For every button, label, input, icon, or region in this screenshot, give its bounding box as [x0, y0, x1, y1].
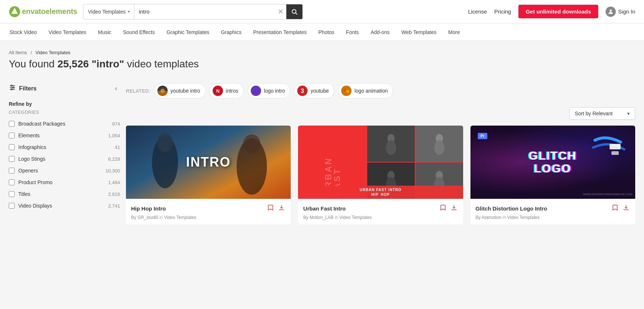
item-title-urban-fast-intro: Urban Fast Intro	[303, 205, 346, 212]
download-button-hip-hop-intro[interactable]	[278, 204, 286, 213]
category-item-openers[interactable]: Openers 10,300	[9, 165, 120, 176]
category-checkbox-elements[interactable]	[9, 133, 15, 138]
category-checkbox-product-promo[interactable]	[9, 179, 15, 185]
svg-point-20	[346, 90, 349, 93]
nav-stock-video[interactable]: Stock Video	[9, 23, 37, 41]
sort-dropdown[interactable]: Sort by Relevant ▾	[569, 107, 635, 120]
svg-point-19	[343, 89, 346, 92]
related-tag-logo-intro[interactable]: logo intro	[247, 83, 291, 98]
search-submit-button[interactable]	[286, 4, 302, 19]
category-item-logo-stings[interactable]: Logo Stings 6,228	[9, 153, 120, 165]
urban-center-label: URBAN FAST INTRO HIP HOP	[298, 186, 463, 199]
item-actions-hip-hop-intro	[267, 204, 286, 213]
nav-graphics[interactable]: Graphics	[220, 23, 242, 41]
sort-bar: Sort by Relevant ▾	[126, 107, 635, 120]
get-unlimited-button[interactable]: Get unlimited downloads	[518, 5, 598, 18]
svg-line-2	[296, 13, 297, 14]
category-item-broadcast-packages[interactable]: Broadcast Packages 974	[9, 118, 120, 130]
thumb-urban-bg: URBAN FAST	[298, 126, 463, 199]
download-icon	[278, 204, 285, 211]
nav-web-templates[interactable]: Web Templates	[401, 23, 437, 41]
breadcrumb-all-items[interactable]: All Items	[9, 50, 27, 55]
bookmark-button-hip-hop-intro[interactable]	[267, 204, 275, 213]
category-checkbox-broadcast-packages[interactable]	[9, 121, 15, 127]
header: envatoelements Video Templates ▾ ✕ Licen…	[0, 0, 644, 23]
license-link[interactable]: License	[468, 8, 487, 15]
bookmark-button-glitch-distortion[interactable]	[611, 204, 619, 213]
filters-label: Filters	[19, 85, 37, 92]
nav-graphic-templates[interactable]: Graphic Templates	[166, 23, 210, 41]
header-nav: License Pricing Get unlimited downloads …	[468, 5, 635, 18]
item-thumbnail-glitch-distortion: Pr GLITCHLOGO WWW.MYAWESOMEWEBSITE.C	[470, 126, 635, 199]
category-count-openers: 10,300	[105, 168, 120, 174]
collapse-sidebar-button[interactable]: ‹	[112, 83, 120, 94]
nav-fonts[interactable]: Fonts	[345, 23, 360, 41]
sidebar-scroll-area[interactable]: Refine by Categories Broadcast Packages …	[9, 100, 120, 212]
tag-label-intros: intros	[226, 88, 238, 94]
category-item-titles[interactable]: Titles 2,616	[9, 188, 120, 200]
author-link-urban-fast-intro[interactable]: Motion_LAB	[310, 215, 334, 220]
refine-by-label: Refine by	[9, 100, 120, 107]
sign-in-button[interactable]: Sign In	[606, 7, 635, 17]
category-checkbox-infographics[interactable]	[9, 144, 15, 150]
pricing-link[interactable]: Pricing	[494, 8, 511, 15]
related-tag-youtube[interactable]: 3 youtube	[294, 83, 334, 98]
search-clear-button[interactable]: ✕	[275, 8, 286, 15]
svg-point-12	[160, 89, 165, 93]
nav-sound-effects[interactable]: Sound Effects	[122, 23, 156, 41]
urban-label-line1: URBAN FAST INTRO	[299, 188, 461, 192]
person-silhouette-2	[432, 133, 447, 155]
related-tag-logo-animation[interactable]: logo animation	[338, 83, 393, 98]
download-button-glitch-distortion[interactable]	[622, 204, 630, 213]
svg-point-27	[386, 140, 396, 155]
item-title-row-glitch-distortion: Glitch Distortion Logo Intro	[476, 204, 630, 213]
chevron-down-icon: ▾	[128, 10, 130, 14]
related-label: RELATED:	[126, 88, 150, 94]
item-title-row-hip-hop-intro: Hip Hop Intro	[131, 204, 286, 213]
category-checkbox-logo-stings[interactable]	[9, 156, 15, 162]
item-author-urban-fast-intro: By Motion_LAB in Video Templates	[303, 215, 458, 220]
bookmark-icon	[440, 204, 446, 211]
search-input[interactable]	[134, 8, 275, 15]
items-grid: INTRO Hip Hop Intro	[126, 126, 635, 224]
nav-addons[interactable]: Add-ons	[370, 23, 390, 41]
category-item-product-promo[interactable]: Product Promo 1,484	[9, 176, 120, 188]
category-item-infographics[interactable]: Infographics 41	[9, 141, 120, 153]
author-link-hip-hop-intro[interactable]: GR_studi0	[137, 215, 158, 220]
svg-point-23	[157, 133, 173, 152]
category-checkbox-titles[interactable]	[9, 191, 15, 197]
related-tag-youtube-intro[interactable]: youtube intro	[154, 83, 206, 98]
bookmark-button-urban-fast-intro[interactable]	[439, 204, 447, 213]
breadcrumb-separator: /	[30, 50, 32, 55]
svg-point-9	[11, 89, 12, 90]
category-count-elements: 1,054	[108, 133, 120, 138]
category-count-infographics: 41	[115, 145, 120, 150]
author-link-glitch-distortion[interactable]: Atamotion	[481, 215, 501, 220]
item-card-urban-fast-intro[interactable]: URBAN FAST	[298, 126, 463, 224]
category-checkbox-video-displays[interactable]	[9, 203, 15, 209]
category-checkbox-openers[interactable]	[9, 168, 15, 174]
download-button-urban-fast-intro[interactable]	[450, 204, 458, 213]
item-card-hip-hop-intro[interactable]: INTRO Hip Hop Intro	[126, 126, 291, 224]
item-author-glitch-distortion: By Atamotion in Video Templates	[476, 215, 630, 220]
nav-music[interactable]: Music	[97, 23, 112, 41]
category-item-video-displays[interactable]: Video Displays 2,741	[9, 200, 120, 212]
category-name-logo-stings: Logo Stings	[18, 156, 104, 162]
nav-presentation-templates[interactable]: Presentation Templates	[252, 23, 307, 41]
premiere-badge: Pr	[478, 133, 488, 139]
svg-point-8	[13, 87, 14, 88]
category-item-elements[interactable]: Elements 1,054	[9, 130, 120, 141]
logo[interactable]: envatoelements	[9, 6, 77, 18]
nav-video-templates[interactable]: Video Templates	[48, 23, 87, 41]
breadcrumb-current: Video Templates	[36, 50, 71, 55]
glitch-brush-strokes	[591, 133, 628, 162]
category-count-broadcast-packages: 974	[112, 121, 120, 127]
search-category-dropdown[interactable]: Video Templates ▾	[83, 4, 134, 19]
page-title: You found 25,526 "intro" video templates	[9, 58, 635, 70]
tag-label-logo-animation: logo animation	[354, 88, 388, 94]
svg-point-1	[292, 10, 296, 14]
nav-photos[interactable]: Photos	[318, 23, 335, 41]
related-tag-intros[interactable]: N intros	[209, 83, 244, 98]
nav-more[interactable]: More	[447, 23, 461, 41]
item-card-glitch-distortion-logo-intro[interactable]: Pr GLITCHLOGO WWW.MYAWESOMEWEBSITE.C	[470, 126, 635, 224]
